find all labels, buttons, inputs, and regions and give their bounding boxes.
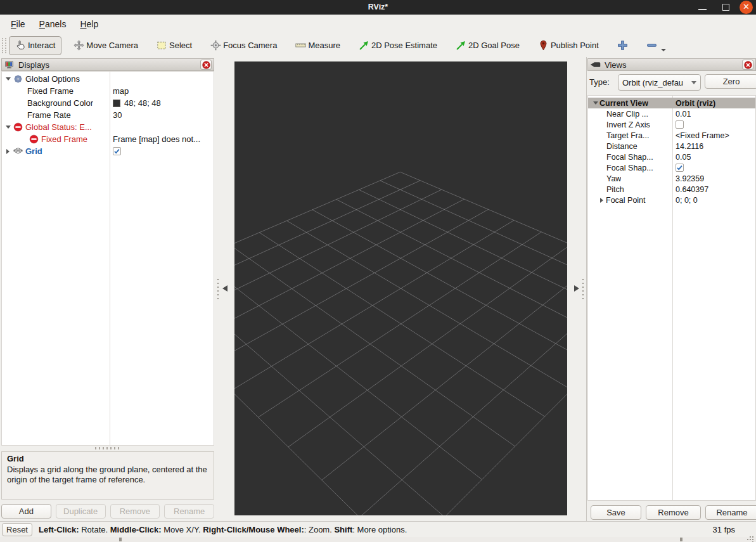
focus-icon xyxy=(210,40,221,51)
tool-label: Focus Camera xyxy=(223,41,277,50)
collapse-arrow-icon[interactable] xyxy=(591,101,599,105)
display-row-fixed-frame[interactable]: Fixed Framemap xyxy=(2,85,214,97)
menu-item-panels[interactable]: Panels xyxy=(34,16,72,32)
menubar: FilePanelsHelp xyxy=(0,15,756,34)
ground-grid xyxy=(234,61,567,515)
displays-close-button[interactable] xyxy=(200,60,212,70)
tool-2d-pose-estimate[interactable]: 2D Pose Estimate xyxy=(352,36,444,55)
display-row-frame-rate[interactable]: Frame Rate30 xyxy=(2,109,214,121)
save-button[interactable]: Save xyxy=(591,505,641,520)
add-button[interactable]: Add xyxy=(1,504,51,519)
view-row-focal-point[interactable]: Focal Point0; 0; 0 xyxy=(588,195,755,205)
expand-arrow-icon[interactable] xyxy=(4,149,12,154)
display-row-grid[interactable]: Grid xyxy=(2,145,214,157)
collapse-left-arrow-icon[interactable] xyxy=(222,285,227,292)
displays-tree: Global OptionsFixed FramemapBackground C… xyxy=(1,71,214,446)
property-label: Frame Rate xyxy=(27,110,71,120)
rename-button[interactable]: Rename xyxy=(705,505,756,520)
collapse-arrow-icon[interactable] xyxy=(4,77,12,81)
views-buttons-row: SaveRemoveRename xyxy=(591,505,756,520)
property-value: map xyxy=(113,86,129,96)
checkbox-checked[interactable] xyxy=(676,164,684,172)
right-splitter-dots[interactable] xyxy=(582,279,584,302)
tool-move-camera[interactable]: Move Camera xyxy=(67,36,144,55)
views-tree: Current ViewOrbit (rviz)Near Clip ...0.0… xyxy=(587,95,756,501)
property-value: 48; 48; 48 xyxy=(124,98,161,108)
displays-buttons-row: AddDuplicateRemoveRename xyxy=(1,504,214,519)
view-type-dropdown[interactable]: Orbit (rviz_defau xyxy=(618,74,701,91)
tool-measure[interactable]: Measure xyxy=(289,36,347,55)
tool-label: Interact xyxy=(28,41,55,50)
view-row-current-view[interactable]: Current ViewOrbit (rviz) xyxy=(588,98,755,108)
tool-focus-camera[interactable]: Focus Camera xyxy=(204,36,283,55)
window-resize-grip[interactable] xyxy=(747,539,748,540)
tool-publish-point[interactable]: Publish Point xyxy=(532,36,605,55)
menu-item-help[interactable]: Help xyxy=(74,16,104,32)
view-row-focal-shap[interactable]: Focal Shap... xyxy=(588,162,755,173)
tool-remove-tool[interactable] xyxy=(640,36,672,55)
display-row-background-color[interactable]: Background Color48; 48; 48 xyxy=(2,97,214,109)
property-value: 3.92359 xyxy=(676,174,704,183)
ruler-icon xyxy=(295,40,306,51)
hand-icon xyxy=(15,40,26,51)
view-type-row: Type: Orbit (rviz_defau Zero xyxy=(587,74,756,91)
property-value: 0; 0; 0 xyxy=(676,196,698,205)
error-icon xyxy=(13,122,23,132)
property-label: Focal Point xyxy=(606,196,646,205)
minimize-button[interactable] xyxy=(698,9,707,10)
checkbox-unchecked[interactable] xyxy=(676,120,684,129)
view-row-invert-z-axis[interactable]: Invert Z Axis xyxy=(588,119,755,130)
tool-label: Move Camera xyxy=(86,41,138,50)
chevron-down-icon[interactable] xyxy=(661,49,666,51)
camera-icon xyxy=(590,60,601,69)
close-button[interactable]: ✕ xyxy=(740,1,753,14)
mouse-hint-text: Left-Click: Rotate. Middle-Click: Move X… xyxy=(39,525,407,534)
zero-button[interactable]: Zero xyxy=(705,74,756,89)
view-row-distance[interactable]: Distance14.2116 xyxy=(588,141,755,152)
display-row-global-status-e[interactable]: Global Status: E... xyxy=(2,121,214,133)
view-row-target-fra[interactable]: Target Fra...<Fixed Frame> xyxy=(588,130,755,141)
collapse-arrow-icon[interactable] xyxy=(4,126,12,129)
displays-splitter-handle[interactable] xyxy=(95,447,120,449)
description-text: Displays a grid along the ground plane, … xyxy=(7,465,208,486)
color-swatch[interactable] xyxy=(113,100,120,107)
display-row-global-options[interactable]: Global Options xyxy=(2,73,214,85)
tool-label: Measure xyxy=(308,41,340,50)
remove-button[interactable]: Remove xyxy=(646,505,701,520)
expand-arrow-icon[interactable] xyxy=(598,198,606,203)
views-close-button[interactable] xyxy=(742,60,753,70)
window-title: RViz* xyxy=(0,0,756,15)
toolbar-grip-handle[interactable] xyxy=(2,38,6,53)
tool-add-tool[interactable] xyxy=(611,36,634,55)
type-label: Type: xyxy=(589,77,610,87)
left-splitter-dots[interactable] xyxy=(217,279,219,302)
collapse-right-arrow-icon[interactable] xyxy=(574,285,579,292)
property-label: Fixed Frame xyxy=(41,134,87,144)
displays-panel-title: Displays xyxy=(18,60,49,70)
tool-select[interactable]: Select xyxy=(150,36,198,55)
3d-viewport[interactable] xyxy=(234,61,567,515)
rviz-window: RViz* ✕ FilePanelsHelp InteractMove Came… xyxy=(0,0,756,542)
property-label: Current View xyxy=(599,99,648,108)
views-panel-edge xyxy=(586,57,587,537)
tool-interact[interactable]: Interact xyxy=(9,36,61,55)
menu-item-file[interactable]: File xyxy=(5,16,31,32)
duplicate-button: Duplicate xyxy=(56,504,106,519)
splitter-tick-right[interactable] xyxy=(680,538,682,541)
view-row-pitch[interactable]: Pitch0.640397 xyxy=(588,184,755,195)
display-row-fixed-frame[interactable]: Fixed FrameFrame [map] does not... xyxy=(2,133,214,145)
select-box-icon xyxy=(157,40,167,51)
gear-icon xyxy=(13,74,23,84)
view-row-yaw[interactable]: Yaw3.92359 xyxy=(588,173,755,184)
maximize-button[interactable] xyxy=(722,4,729,11)
property-value: 0.640397 xyxy=(676,185,708,194)
property-value: Frame [map] does not... xyxy=(113,134,200,144)
view-row-near-clip[interactable]: Near Clip ...0.01 xyxy=(588,108,755,119)
tool-2d-goal-pose[interactable]: 2D Goal Pose xyxy=(449,36,526,55)
reset-button[interactable]: Reset xyxy=(2,523,32,536)
display-description-box: Grid Displays a grid along the ground pl… xyxy=(1,451,214,500)
view-row-focal-shap[interactable]: Focal Shap...0.05 xyxy=(588,152,755,162)
splitter-tick-left[interactable] xyxy=(119,538,122,541)
property-label: Fixed Frame xyxy=(27,86,74,96)
checkbox-checked[interactable] xyxy=(113,147,121,155)
